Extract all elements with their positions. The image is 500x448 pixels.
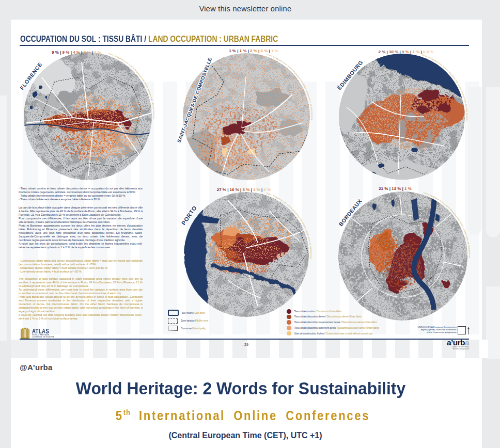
- svg-text:21 % | 13 % | 1 %: 21 % | 13 % | 1 %: [379, 186, 412, 191]
- svg-text:27 % | 16 % | 3 % | 1 % | 2 %: 27 % | 16 % | 3 % | 1 % | 2 %: [217, 187, 271, 192]
- svg-text:2 % | 10 % | 9 % | 1 % | 0,5 %: 2 % | 10 % | 9 % | 1 % | 0,5 %: [379, 50, 434, 54]
- svg-text:9 % | 9 % | 4 % | 7 % | 1 %: 9 % | 9 % | 4 % | 7 % | 1 %: [52, 50, 101, 55]
- svg-text:1 % | 1 % | 2 % | 6 % | 1 %: 1 % | 1 % | 2 % | 6 % | 1 %: [229, 49, 278, 53]
